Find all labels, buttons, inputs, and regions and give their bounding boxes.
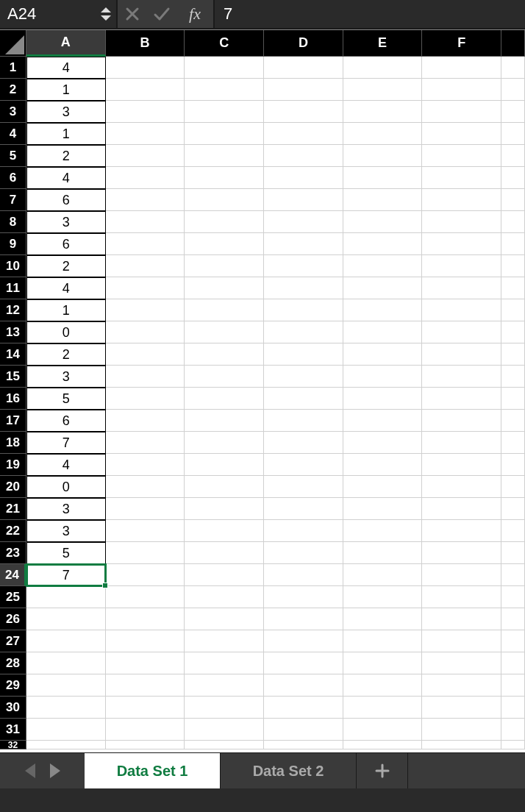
cell[interactable] (501, 145, 525, 167)
cell[interactable] (26, 741, 106, 749)
fx-label[interactable]: fx (176, 0, 213, 28)
cell[interactable] (343, 652, 423, 674)
row-header[interactable]: 31 (0, 719, 26, 741)
cell[interactable] (264, 674, 343, 697)
cell[interactable] (501, 697, 525, 719)
row-header[interactable]: 26 (0, 608, 26, 630)
cell[interactable]: 5 (26, 388, 106, 410)
cell[interactable] (185, 366, 264, 388)
cell[interactable] (501, 388, 525, 410)
cell[interactable] (501, 321, 525, 343)
cell[interactable] (501, 608, 525, 630)
cell[interactable] (264, 586, 343, 608)
cell[interactable] (185, 697, 264, 719)
cell[interactable] (422, 697, 501, 719)
row-header[interactable]: 27 (0, 630, 26, 652)
cell[interactable] (106, 123, 185, 145)
cell[interactable] (501, 277, 525, 299)
cell[interactable] (264, 145, 343, 167)
cell[interactable] (106, 167, 185, 189)
cell[interactable]: 3 (26, 498, 106, 520)
cell[interactable] (185, 674, 264, 697)
cell[interactable] (422, 542, 501, 564)
cell[interactable]: 1 (26, 79, 106, 101)
cell[interactable] (264, 255, 343, 277)
cell[interactable] (422, 476, 501, 498)
cell[interactable] (422, 211, 501, 233)
cell[interactable]: 1 (26, 299, 106, 321)
cell[interactable] (106, 586, 185, 608)
cell[interactable] (501, 343, 525, 366)
cell[interactable] (501, 211, 525, 233)
cell[interactable] (106, 388, 185, 410)
fill-handle[interactable] (102, 583, 108, 588)
cell[interactable] (106, 498, 185, 520)
cell[interactable] (185, 388, 264, 410)
cell[interactable]: 4 (26, 454, 106, 476)
cell[interactable] (343, 79, 423, 101)
cell[interactable] (343, 454, 423, 476)
name-box-stepper[interactable] (96, 0, 116, 28)
cell[interactable] (185, 410, 264, 432)
row-header[interactable]: 13 (0, 321, 26, 343)
column-header[interactable]: B (106, 30, 185, 57)
cell[interactable] (343, 719, 423, 741)
cell[interactable] (264, 454, 343, 476)
cell[interactable] (501, 57, 525, 79)
cell[interactable] (501, 189, 525, 211)
cell[interactable] (343, 299, 423, 321)
cell[interactable] (264, 388, 343, 410)
row-header[interactable]: 11 (0, 277, 26, 299)
column-header[interactable]: D (264, 30, 343, 57)
column-header[interactable]: E (343, 30, 423, 57)
cell[interactable] (106, 145, 185, 167)
cell[interactable] (422, 145, 501, 167)
cell[interactable] (106, 652, 185, 674)
accept-button[interactable] (147, 0, 176, 28)
cell[interactable] (422, 520, 501, 542)
column-header[interactable]: F (422, 30, 501, 57)
cell[interactable] (106, 343, 185, 366)
cell[interactable] (422, 388, 501, 410)
cell[interactable] (106, 697, 185, 719)
cell[interactable] (185, 520, 264, 542)
cell[interactable] (422, 299, 501, 321)
cell[interactable] (343, 211, 423, 233)
cell[interactable] (343, 123, 423, 145)
cell[interactable] (422, 277, 501, 299)
row-header[interactable]: 2 (0, 79, 26, 101)
cell[interactable] (343, 233, 423, 255)
row-header[interactable]: 28 (0, 652, 26, 674)
row-header[interactable]: 20 (0, 476, 26, 498)
cell[interactable] (264, 211, 343, 233)
cell[interactable] (185, 542, 264, 564)
cell[interactable] (501, 123, 525, 145)
cell[interactable] (501, 586, 525, 608)
cell[interactable] (26, 586, 106, 608)
cell[interactable] (343, 255, 423, 277)
cell[interactable] (501, 101, 525, 123)
cell[interactable] (264, 57, 343, 79)
formula-input[interactable]: 7 (213, 0, 525, 28)
cell[interactable] (264, 564, 343, 586)
column-header[interactable] (501, 30, 525, 57)
cell[interactable] (343, 57, 423, 79)
cell[interactable] (106, 741, 185, 749)
cell[interactable] (264, 741, 343, 749)
column-header[interactable]: A (26, 30, 106, 57)
sheet-tab-1[interactable]: Data Set 1 (85, 753, 221, 788)
cell[interactable] (343, 586, 423, 608)
row-header[interactable]: 18 (0, 432, 26, 454)
cell[interactable] (185, 101, 264, 123)
cell[interactable] (422, 79, 501, 101)
cell[interactable] (422, 255, 501, 277)
cell[interactable] (264, 123, 343, 145)
cell[interactable]: 0 (26, 476, 106, 498)
cell[interactable] (185, 564, 264, 586)
cell[interactable] (501, 564, 525, 586)
cell[interactable] (501, 454, 525, 476)
cell[interactable] (422, 586, 501, 608)
cell[interactable] (264, 79, 343, 101)
cell[interactable] (343, 101, 423, 123)
cell[interactable] (185, 321, 264, 343)
